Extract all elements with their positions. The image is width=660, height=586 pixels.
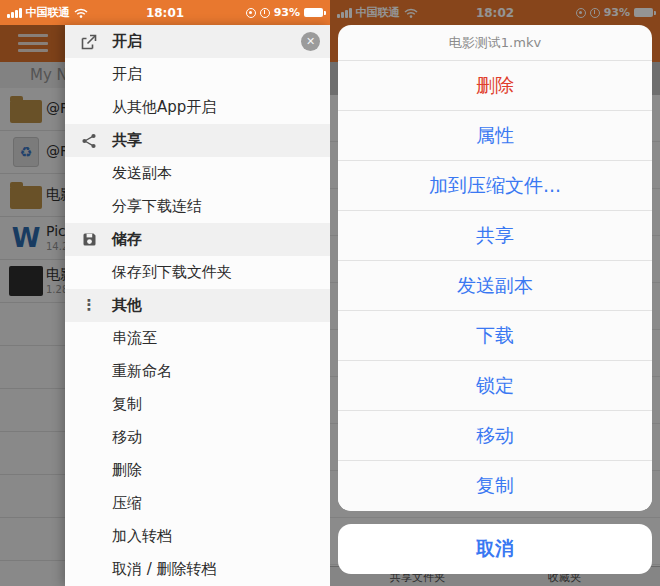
menu-section-label: 开启 [65, 32, 142, 51]
menu-section-share: 共享 [65, 124, 330, 157]
right-phone-screen: 中国联通 18:02 93% 共享文件夹 收藏夹 [330, 0, 660, 586]
file-actions-menu: 开启 ✕ 开启 从其他App开启 共享 发送副本 [65, 25, 330, 586]
share-icon [80, 124, 98, 157]
left-status-bar: 中国联通 18:01 93% [0, 0, 330, 25]
action-sheet-title: 电影测试1.mkv [338, 25, 652, 61]
battery-icon [304, 8, 323, 17]
sheet-item-add-to-archive[interactable]: 加到压缩文件... [338, 161, 652, 211]
sheet-item-properties[interactable]: 属性 [338, 111, 652, 161]
open-in-icon [80, 25, 98, 58]
menu-item-add-to-transcode[interactable]: 加入转档 [65, 520, 330, 553]
menu-item-open-with-other-app[interactable]: 从其他App开启 [65, 91, 330, 124]
menu-item-save-to-download-folder[interactable]: 保存到下载文件夹 [65, 256, 330, 289]
sheet-item-delete[interactable]: 删除 [338, 61, 652, 111]
alarm-icon [260, 8, 270, 18]
orientation-lock-icon [246, 8, 256, 18]
two-screenshot-stage: 中国联通 18:01 93% My NA @R [0, 0, 660, 586]
menu-section-label: 共享 [65, 131, 142, 150]
menu-section-open: 开启 ✕ [65, 25, 330, 58]
menu-item-cancel-delete-transcode[interactable]: 取消 / 删除转档 [65, 553, 330, 586]
carrier-label: 中国联通 [26, 5, 70, 20]
menu-item-compress[interactable]: 压缩 [65, 487, 330, 520]
menu-item-rename[interactable]: 重新命名 [65, 355, 330, 388]
sheet-item-move[interactable]: 移动 [338, 411, 652, 461]
close-icon[interactable]: ✕ [301, 32, 320, 51]
menu-item-delete[interactable]: 删除 [65, 454, 330, 487]
wifi-icon [74, 8, 88, 18]
left-phone-screen: 中国联通 18:01 93% My NA @R [0, 0, 330, 586]
left-status-right-group: 93% [246, 6, 323, 19]
left-status-left-group: 中国联通 [7, 5, 88, 20]
sheet-item-share[interactable]: 共享 [338, 211, 652, 261]
file-action-sheet: 电影测试1.mkv 删除 属性 加到压缩文件... 共享 发送副本 下载 锁定 … [338, 25, 652, 511]
menu-item-stream-to[interactable]: 串流至 [65, 322, 330, 355]
menu-section-save: 储存 [65, 223, 330, 256]
sheet-item-send-copy[interactable]: 发送副本 [338, 261, 652, 311]
battery-percent: 93% [274, 6, 300, 19]
menu-item-open[interactable]: 开启 [65, 58, 330, 91]
sheet-item-copy[interactable]: 复制 [338, 461, 652, 511]
more-dots-icon: ⋮ [80, 289, 98, 322]
status-time: 18:01 [146, 6, 184, 20]
cancel-button[interactable]: 取消 [338, 524, 652, 574]
menu-item-move[interactable]: 移动 [65, 421, 330, 454]
menu-item-send-copy[interactable]: 发送副本 [65, 157, 330, 190]
sheet-item-download[interactable]: 下载 [338, 311, 652, 361]
menu-section-label: 其他 [65, 296, 142, 315]
save-icon [80, 223, 98, 256]
menu-item-copy[interactable]: 复制 [65, 388, 330, 421]
menu-section-label: 储存 [65, 230, 142, 249]
menu-item-share-download-link[interactable]: 分享下载连结 [65, 190, 330, 223]
menu-section-other: ⋮ 其他 [65, 289, 330, 322]
signal-bars-icon [7, 8, 22, 18]
sheet-item-lock[interactable]: 锁定 [338, 361, 652, 411]
